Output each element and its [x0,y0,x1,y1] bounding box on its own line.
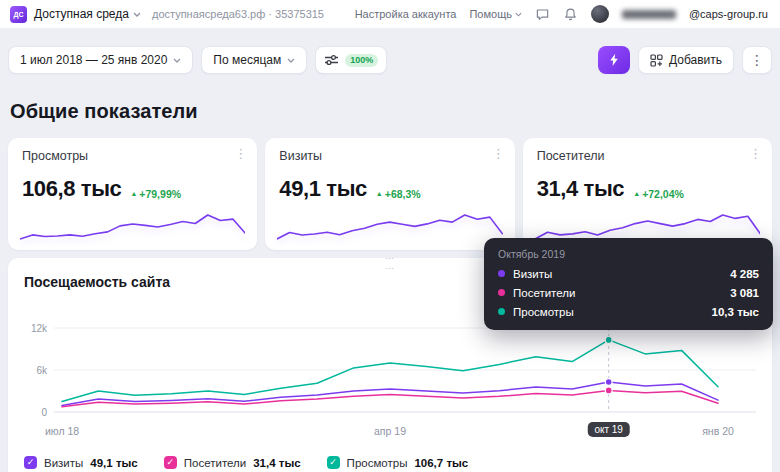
legend-value: 106,7 тыс [414,457,468,469]
chevron-down-icon [133,12,141,17]
x-tick-label: апр 19 [374,425,406,437]
sliders-icon [324,53,339,67]
topbar: ДС Доступная среда доступнаясреда63.рф ·… [0,0,780,28]
tooltip-title: Октябрь 2019 [498,248,759,260]
metric-value-row: 106,8 тыс ▲+79,99% [22,176,243,202]
delta-up-icon: ▲ [376,190,383,197]
chat-icon[interactable] [535,7,550,22]
legend-item-visitors[interactable]: ✓ Посетители 31,4 тыс [164,456,301,469]
topbar-right: Настройка аккаунта Помощь @caps-group.ru [355,5,768,23]
card-menu-icon[interactable]: ⋮ [234,147,247,160]
line-chart[interactable]: 12k6k0 июл 18апр 19окт 19янв 20 [24,320,756,442]
tooltip-row: Посетители 3 081 [498,283,759,302]
metric-value: 49,1 тыс [279,176,367,202]
svg-text:12k: 12k [31,323,48,334]
tooltip-value: 3 081 [730,287,759,299]
tooltip-label: Просмотры [513,306,574,318]
metric-value: 106,8 тыс [22,176,121,202]
legend-value: 49,1 тыс [90,457,137,469]
series-dot-icon [498,270,505,277]
counter-switcher[interactable]: Доступная среда [34,7,141,21]
tooltip-value: 4 285 [730,268,759,280]
metric-card-views: Просмотры ⋮ 106,8 тыс ▲+79,99% [8,138,257,250]
metric-value-row: 31,4 тыс ▲+72,04% [537,176,758,202]
chevron-down-icon [173,58,181,63]
series-dot-icon [498,308,505,315]
bell-icon[interactable] [563,7,578,22]
user-avatar[interactable] [591,5,609,23]
chart-tooltip: Октябрь 2019 Визиты 4 285 Посетители 3 0… [484,238,773,330]
legend-label: Визиты [44,457,83,469]
section-title: Общие показатели [0,74,780,138]
help-menu[interactable]: Помощь [469,8,522,20]
x-tick-label: янв 20 [702,425,734,437]
add-widget-label: Добавить [669,53,722,67]
svg-text:6k: 6k [36,365,48,376]
tooltip-label: Посетители [513,287,575,299]
metric-delta: ▲+72,04% [633,188,684,200]
sampling-badge: 100% [345,54,378,67]
toolbar-right-group: Добавить ⋮ [598,46,772,74]
tooltip-label: Визиты [513,268,552,280]
delta-value: +79,99% [139,188,181,200]
sampling-button[interactable]: 100% [315,46,387,74]
legend-item-visits[interactable]: ✓ Визиты 49,1 тыс [24,456,138,469]
widgets-grid-icon [650,54,663,67]
delta-up-icon: ▲ [633,190,640,197]
metric-card-title: Просмотры [22,149,243,163]
topbar-left: ДС Доступная среда доступнаясреда63.рф ·… [10,6,324,23]
card-menu-icon[interactable]: ⋮ [749,147,762,160]
counter-meta: доступнаясреда63.рф · 35375315 [152,8,324,20]
toolbar: 1 июл 2018 — 25 янв 2020 По месяцам 100%… [0,28,780,74]
x-tick-label-highlighted: окт 19 [587,422,630,437]
date-range-picker[interactable]: 1 июл 2018 — 25 янв 2020 [8,46,193,74]
lightning-icon [608,53,620,67]
tooltip-row: Визиты 4 285 [498,264,759,283]
card-menu-icon[interactable]: ⋮ [492,147,505,160]
sparkline-chart [20,209,245,243]
series-dot-icon [498,289,505,296]
user-name-redacted [622,10,676,19]
checkbox-icon: ✓ [164,456,177,469]
legend-label: Посетители [184,457,246,469]
metric-card-title: Визиты [279,149,500,163]
granularity-select[interactable]: По месяцам [201,46,307,74]
chart-legend: ✓ Визиты 49,1 тыс ✓ Посетители 31,4 тыс … [24,456,756,469]
metric-cards-row: Просмотры ⋮ 106,8 тыс ▲+79,99% Визиты ⋮ … [0,138,780,250]
metric-card-visits: Визиты ⋮ 49,1 тыс ▲+68,3% [265,138,514,250]
legend-value: 31,4 тыс [253,457,300,469]
metric-value: 31,4 тыс [537,176,625,202]
toolbar-left-group: 1 июл 2018 — 25 янв 2020 По месяцам 100% [8,46,387,74]
svg-text:0: 0 [41,407,47,418]
chevron-down-icon [515,12,522,17]
checkbox-icon: ✓ [24,456,37,469]
chevron-down-icon [287,58,295,63]
more-menu-button[interactable]: ⋮ [742,46,772,74]
counter-name: Доступная среда [34,7,129,21]
delta-value: +72,04% [642,188,684,200]
metric-value-row: 49,1 тыс ▲+68,3% [279,176,500,202]
add-widget-button[interactable]: Добавить [638,46,734,74]
legend-item-views[interactable]: ✓ Просмотры 106,7 тыс [327,456,469,469]
delta-value: +68,3% [385,188,421,200]
tooltip-row: Просмотры 10,3 тыс [498,302,759,321]
granularity-label: По месяцам [213,53,281,67]
kebab-icon: ⋮ [750,52,764,68]
x-tick-label: июл 18 [45,425,79,437]
x-axis: июл 18апр 19окт 19янв 20 [24,422,756,442]
drag-handle-icon[interactable]: ⋮⋮ [385,254,395,274]
metric-card-title: Посетители [537,149,758,163]
metric-delta: ▲+79,99% [130,188,181,200]
user-email-domain: @caps-group.ru [689,8,768,20]
boost-button[interactable] [598,46,630,74]
sparkline-chart [277,209,502,243]
checkbox-icon: ✓ [327,456,340,469]
help-label: Помощь [469,8,512,20]
legend-label: Просмотры [347,457,408,469]
tooltip-value: 10,3 тыс [712,306,759,318]
metric-card-visitors: Посетители ⋮ 31,4 тыс ▲+72,04% [523,138,772,250]
delta-up-icon: ▲ [130,190,137,197]
date-range-label: 1 июл 2018 — 25 янв 2020 [20,53,167,67]
account-settings-link[interactable]: Настройка аккаунта [355,8,457,20]
metrica-logo-icon[interactable]: ДС [10,6,27,23]
